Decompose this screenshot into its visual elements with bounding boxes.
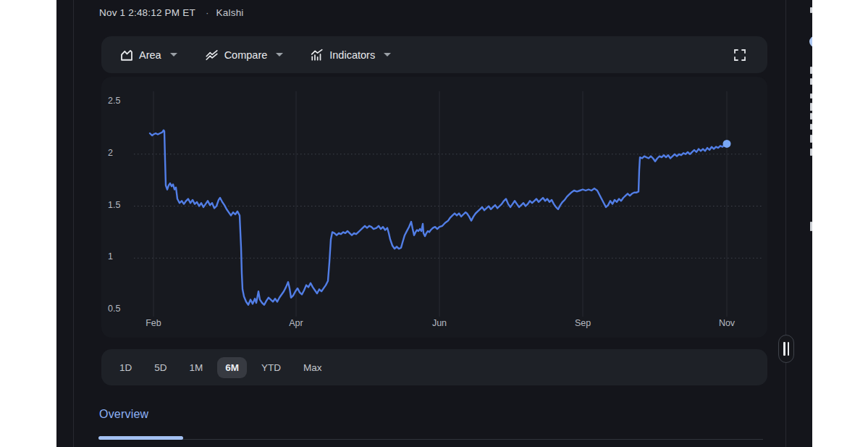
tab-bar-divider — [99, 439, 763, 440]
indicators-chart-icon — [311, 49, 324, 62]
chart-type-dropdown[interactable]: Area — [117, 44, 180, 66]
clipped-text-fragment — [810, 149, 812, 156]
y-axis-tick-label: 2.5 — [108, 96, 120, 106]
x-axis-tick-label: Feb — [138, 318, 169, 328]
clipped-text-fragment — [810, 135, 812, 143]
clipped-text-fragment — [810, 124, 812, 130]
clipped-text-fragment — [810, 7, 812, 13]
quote-timestamp: Nov 1 2:48:12 PM ET — [99, 7, 195, 18]
time-range-bar: 1D 5D 1M 6M YTD Max — [101, 349, 767, 385]
clipped-text-fragment — [810, 93, 812, 99]
chart-type-label: Area — [139, 49, 161, 61]
separator-dot: · — [206, 7, 209, 18]
range-button-6m[interactable]: 6M — [217, 357, 247, 378]
quote-timestamp-row: Nov 1 2:48:12 PM ET · Kalshi — [99, 6, 244, 19]
drag-handle-icon — [783, 342, 785, 356]
compare-lines-icon — [205, 49, 219, 62]
x-axis-tick-label: Sep — [567, 318, 599, 328]
indicators-dropdown[interactable]: Indicators — [308, 44, 394, 66]
range-button-max[interactable]: Max — [295, 357, 330, 378]
y-axis-tick-label: 1.5 — [108, 200, 120, 210]
chevron-down-icon — [384, 53, 391, 57]
y-axis-tick-label: 2 — [108, 148, 113, 158]
drag-handle-icon — [788, 342, 790, 356]
tab-overview-underline — [98, 436, 183, 440]
price-line — [150, 130, 727, 305]
compare-dropdown[interactable]: Compare — [202, 44, 287, 66]
indicators-label: Indicators — [329, 49, 375, 61]
range-button-1d[interactable]: 1D — [111, 357, 140, 378]
x-axis-tick-label: Apr — [280, 318, 312, 328]
data-source-label: Kalshi — [216, 7, 244, 18]
range-button-5d[interactable]: 5D — [146, 357, 174, 378]
clipped-text-fragment — [810, 113, 812, 120]
y-axis-tick-label: 1 — [108, 251, 113, 262]
chevron-down-icon — [170, 53, 177, 57]
clipped-text-fragment — [810, 222, 812, 231]
clipped-avatar-fragment — [809, 36, 812, 47]
current-price-marker — [723, 140, 731, 148]
clipped-text-fragment — [810, 78, 812, 85]
area-chart-icon — [120, 49, 133, 62]
fullscreen-icon — [733, 53, 746, 64]
tab-overview[interactable]: Overview — [99, 408, 148, 421]
panel-resize-handle[interactable] — [778, 335, 794, 363]
x-axis-tick-label: Jun — [424, 318, 455, 328]
x-axis-tick-label: Nov — [711, 318, 743, 328]
finance-quote-panel: Nov 1 2:48:12 PM ET · Kalshi Area Compar… — [56, 0, 812, 447]
compare-label: Compare — [224, 49, 268, 61]
price-chart-card: 0.511.522.5FebAprJunSepNov — [101, 77, 767, 338]
price-chart[interactable] — [101, 77, 767, 338]
content-column-right-border — [785, 0, 786, 447]
clipped-text-fragment — [810, 67, 812, 74]
y-axis-tick-label: 0.5 — [108, 304, 120, 314]
content-column-left-border — [73, 0, 74, 447]
chevron-down-icon — [276, 53, 283, 57]
fullscreen-button[interactable] — [731, 46, 749, 64]
range-button-ytd[interactable]: YTD — [253, 357, 289, 378]
range-button-1m[interactable]: 1M — [182, 357, 211, 378]
chart-toolbar: Area Compare Indicators — [101, 36, 767, 73]
clipped-text-fragment — [810, 103, 812, 111]
